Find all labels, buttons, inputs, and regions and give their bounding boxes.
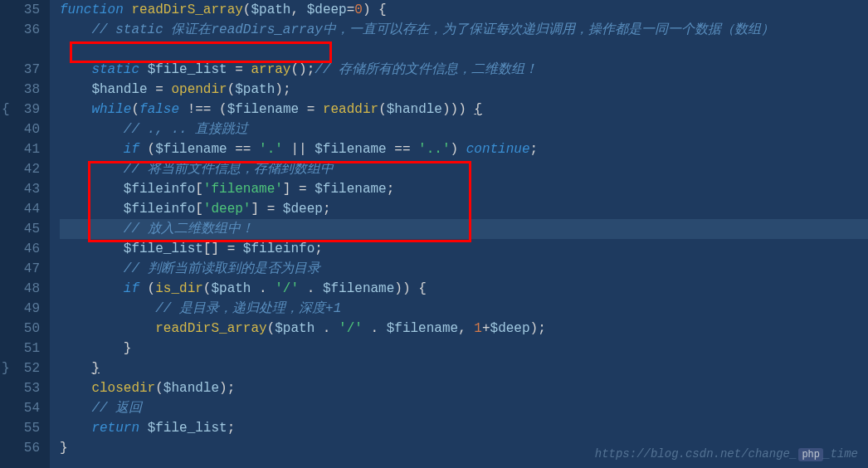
line-number: }52 (0, 358, 40, 378)
code-line: $fileinfo['deep'] = $deep; (60, 199, 868, 219)
line-number: 36 (0, 20, 40, 40)
fold-brace-icon: { (2, 100, 10, 119)
code-line-active: // 放入二维数组中！ (60, 219, 868, 239)
code-area[interactable]: function readDirS_array($path, $deep=0) … (50, 0, 868, 468)
code-line: $fileinfo['filename'] = $filename; (60, 179, 868, 199)
line-number: 50 (0, 319, 40, 339)
code-line: } (60, 339, 868, 358)
line-number: 55 (0, 418, 40, 438)
line-number: 38 (0, 80, 40, 100)
php-badge-icon: php (798, 448, 823, 461)
code-line: // static 保证在readDirs_array中，一直可以存在，为了保证… (60, 20, 868, 40)
line-number: 56 (0, 438, 40, 458)
line-number: 46 (0, 239, 40, 259)
line-number: 51 (0, 339, 40, 358)
code-line: function readDirS_array($path, $deep=0) … (60, 0, 868, 20)
code-line-wrap (60, 40, 868, 60)
line-number-gutter: 35 36 37 38 {39 40 41 42 43 44 45 46 47 … (0, 0, 50, 468)
code-line: // ., .. 直接跳过 (60, 119, 868, 139)
fold-brace-icon: } (2, 358, 10, 378)
line-number: {39 (0, 100, 40, 119)
line-number: 42 (0, 159, 40, 179)
code-line: // 是目录，递归处理，深度+1 (60, 299, 868, 319)
line-number: 37 (0, 60, 40, 80)
code-line: $handle = opendir($path); (60, 80, 868, 100)
code-line: // 判断当前读取到的是否为目录 (60, 259, 868, 279)
line-number: 41 (0, 139, 40, 159)
code-line: // 将当前文件信息，存储到数组中 (60, 159, 868, 179)
line-number: 43 (0, 179, 40, 199)
code-line: if (is_dir($path . '/' . $filename)) { (60, 279, 868, 299)
code-line: closedir($handle); (60, 378, 868, 398)
line-number: 49 (0, 299, 40, 319)
line-number: 53 (0, 378, 40, 398)
code-line: } (60, 358, 868, 378)
code-line: // 返回 (60, 398, 868, 418)
watermark: https://blog.csdn.net/change_php_time (595, 446, 858, 463)
line-number (0, 40, 40, 60)
code-line: while(false !== ($filename = readdir($ha… (60, 100, 868, 119)
code-line: if ($filename == '.' || $filename == '..… (60, 139, 868, 159)
code-line: $file_list[] = $fileinfo; (60, 239, 868, 259)
code-line: static $file_list = array();// 存储所有的文件信息… (60, 60, 868, 80)
line-number: 48 (0, 279, 40, 299)
line-number: 45 (0, 219, 40, 239)
line-number: 44 (0, 199, 40, 219)
code-editor: 35 36 37 38 {39 40 41 42 43 44 45 46 47 … (0, 0, 868, 468)
code-line: return $file_list; (60, 418, 868, 438)
line-number: 47 (0, 259, 40, 279)
line-number: 54 (0, 398, 40, 418)
line-number: 40 (0, 119, 40, 139)
code-line: readDirS_array($path . '/' . $filename, … (60, 319, 868, 339)
line-number: 35 (0, 0, 40, 20)
